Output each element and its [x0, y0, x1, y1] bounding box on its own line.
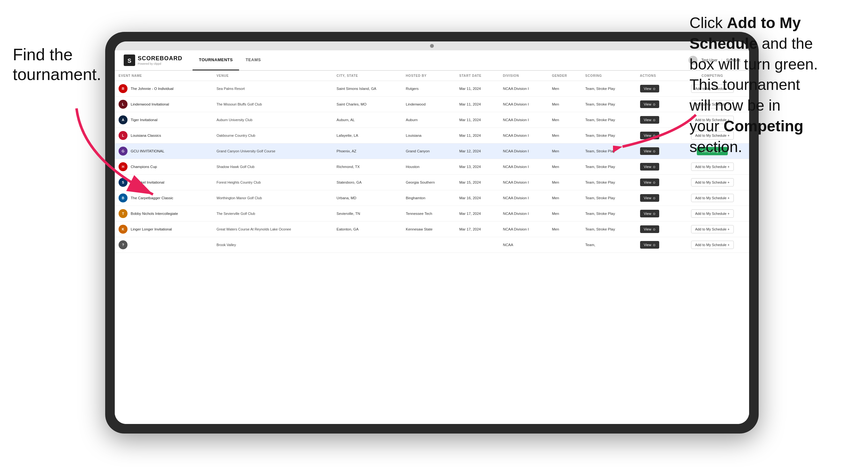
- start-date-cell: Mar 11, 2024: [456, 97, 499, 112]
- tab-teams[interactable]: TEAMS: [239, 50, 267, 70]
- add-to-schedule-button[interactable]: Add to My Schedule +: [691, 225, 734, 234]
- event-name-text: Linger Longer Invitational: [131, 227, 172, 231]
- event-name-cell: T Bobby Nichols Intercollegiate: [115, 206, 213, 222]
- start-date-cell: Mar 16, 2024: [456, 190, 499, 206]
- hosted-by-cell: [402, 237, 456, 253]
- table-row: T Bobby Nichols Intercollegiate The Sevi…: [115, 206, 749, 222]
- start-date-cell: [456, 237, 499, 253]
- event-name-cell: K Linger Longer Invitational: [115, 222, 213, 237]
- view-button[interactable]: View ⊙: [640, 241, 659, 249]
- col-venue: VENUE: [213, 71, 333, 81]
- eye-icon: ⊙: [653, 87, 655, 91]
- tablet-top-bar: [115, 41, 749, 50]
- hosted-by-cell: Rutgers: [402, 81, 456, 97]
- start-date-cell: Mar 17, 2024: [456, 206, 499, 222]
- eye-icon: ⊙: [653, 212, 655, 216]
- competing-cell: Add to My Schedule +: [676, 175, 749, 190]
- start-date-cell: Mar 17, 2024: [456, 222, 499, 237]
- hosted-by-cell: Binghamton: [402, 190, 456, 206]
- arrow-right-icon: [613, 108, 702, 166]
- col-scoring: SCORING: [582, 71, 636, 81]
- start-date-cell: Mar 13, 2024: [456, 159, 499, 175]
- table-body: R The Johnnie - O Individual Sea Palms R…: [115, 81, 749, 253]
- tablet-camera: [430, 44, 434, 48]
- annotation-right: Click Add to MySchedule and thebox will …: [689, 13, 855, 157]
- add-to-schedule-button[interactable]: Add to My Schedule +: [691, 210, 734, 218]
- col-division: DIVISION: [499, 71, 548, 81]
- gender-cell: Men: [548, 97, 582, 112]
- gender-cell: Men: [548, 206, 582, 222]
- city-state-cell: Auburn, AL: [333, 112, 402, 128]
- division-cell: NCAA Division I: [499, 206, 548, 222]
- venue-cell: Sea Palms Resort: [213, 81, 333, 97]
- view-button[interactable]: View ⊙: [640, 194, 659, 202]
- eye-icon: ⊙: [653, 227, 655, 231]
- venue-cell: Oakbourne Country Club: [213, 128, 333, 144]
- division-cell: NCAA Division I: [499, 97, 548, 112]
- venue-cell: Shadow Hawk Golf Club: [213, 159, 333, 175]
- scoring-cell: Team,: [582, 237, 636, 253]
- gender-cell: Men: [548, 159, 582, 175]
- gender-cell: Men: [548, 190, 582, 206]
- venue-cell: Great Waters Course At Reynolds Lake Oco…: [213, 222, 333, 237]
- city-state-cell: Statesboro, GA: [333, 175, 402, 190]
- gender-cell: Men: [548, 222, 582, 237]
- view-button[interactable]: View ⊙: [640, 85, 659, 92]
- scoring-cell: Team, Stroke Play: [582, 222, 636, 237]
- arrow-left-icon: [57, 102, 159, 204]
- table-row: R The Johnnie - O Individual Sea Palms R…: [115, 81, 749, 97]
- col-start-date: START DATE: [456, 71, 499, 81]
- hosted-by-cell: Houston: [402, 159, 456, 175]
- hosted-by-cell: Louisiana: [402, 128, 456, 144]
- eye-icon: ⊙: [653, 196, 655, 200]
- division-cell: NCAA: [499, 237, 548, 253]
- city-state-cell: Phoenix, AZ: [333, 144, 402, 159]
- gender-cell: Men: [548, 175, 582, 190]
- view-button[interactable]: View ⊙: [640, 179, 659, 186]
- city-state-cell: Sevierville, TN: [333, 206, 402, 222]
- venue-cell: Worthington Manor Golf Club: [213, 190, 333, 206]
- hosted-by-cell: Georgia Southern: [402, 175, 456, 190]
- eye-icon: ⊙: [653, 103, 655, 106]
- scoring-cell: Team, Stroke Play: [582, 81, 636, 97]
- gender-cell: [548, 237, 582, 253]
- scoring-cell: Team, Stroke Play: [582, 175, 636, 190]
- svg-text:S: S: [127, 58, 131, 64]
- event-name-cell: R The Johnnie - O Individual: [115, 81, 213, 97]
- logo-text: SCOREBOARD: [138, 55, 182, 62]
- competing-cell: Add to My Schedule +: [676, 237, 749, 253]
- tab-tournaments[interactable]: TOURNAMENTS: [192, 50, 239, 70]
- hosted-by-cell: Lindenwood: [402, 97, 456, 112]
- col-gender: GENDER: [548, 71, 582, 81]
- view-button[interactable]: View ⊙: [640, 225, 659, 233]
- view-button[interactable]: View ⊙: [640, 100, 659, 108]
- city-state-cell: [333, 237, 402, 253]
- city-state-cell: Richmond, TX: [333, 159, 402, 175]
- team-logo: ?: [119, 240, 127, 249]
- col-event-name: EVENT NAME: [115, 71, 213, 81]
- add-to-schedule-button[interactable]: Add to My Schedule +: [691, 241, 734, 249]
- division-cell: NCAA Division I: [499, 159, 548, 175]
- scoring-cell: Team, Stroke Play: [582, 190, 636, 206]
- actions-cell: View ⊙: [636, 190, 676, 206]
- start-date-cell: Mar 12, 2024: [456, 144, 499, 159]
- app-container: S SCOREBOARD Powered by clippd TOURNAMEN…: [115, 50, 749, 424]
- gender-cell: Men: [548, 112, 582, 128]
- add-to-schedule-button[interactable]: Add to My Schedule +: [691, 178, 734, 186]
- venue-cell: Auburn University Club: [213, 112, 333, 128]
- scoring-cell: Team, Stroke Play: [582, 206, 636, 222]
- actions-cell: View ⊙: [636, 222, 676, 237]
- hosted-by-cell: Auburn: [402, 112, 456, 128]
- division-cell: NCAA Division I: [499, 112, 548, 128]
- event-name-text: The Johnnie - O Individual: [131, 87, 174, 91]
- start-date-cell: Mar 11, 2024: [456, 81, 499, 97]
- add-to-schedule-button[interactable]: Add to My Schedule +: [691, 194, 734, 202]
- city-state-cell: Urbana, MD: [333, 190, 402, 206]
- venue-cell: Forest Heights Country Club: [213, 175, 333, 190]
- logo-area: S SCOREBOARD Powered by clippd: [124, 55, 182, 66]
- table-row: S Schenkel Invitational Forest Heights C…: [115, 175, 749, 190]
- division-cell: NCAA Division I: [499, 81, 548, 97]
- view-button[interactable]: View ⊙: [640, 210, 659, 217]
- city-state-cell: Saint Simons Island, GA: [333, 81, 402, 97]
- division-cell: NCAA Division I: [499, 128, 548, 144]
